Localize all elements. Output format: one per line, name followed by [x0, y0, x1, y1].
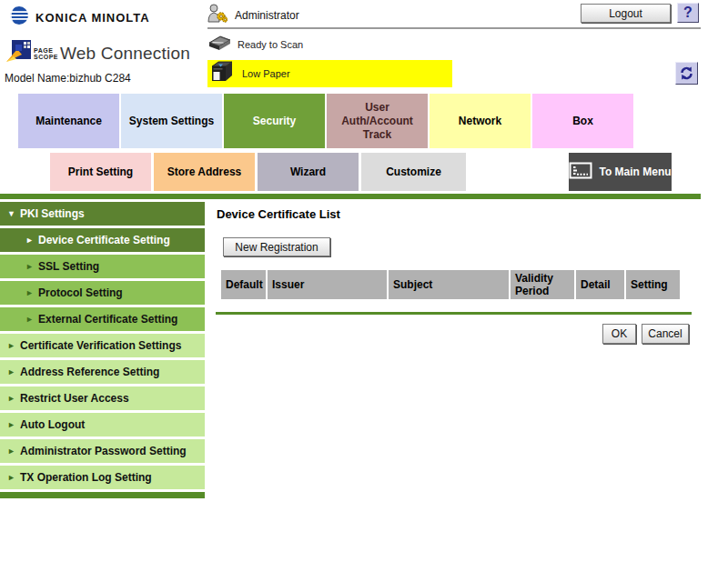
pagescope-word-page: PAGE — [34, 47, 58, 54]
sidebar-item-ssl-setting[interactable]: ► SSL Setting — [0, 255, 205, 278]
chevron-right-icon: ► — [7, 365, 20, 379]
sidebar-item-label: External Certificate Setting — [38, 312, 205, 326]
pagescope-wordmark: PAGE SCOPE — [34, 47, 58, 60]
sidebar-item-label: Device Certificate Setting — [38, 233, 205, 247]
sidebar-item-label: Administrator Password Setting — [20, 444, 205, 458]
status-ready-label: Ready to Scan — [238, 39, 303, 50]
sidebar-item-label: SSL Setting — [38, 259, 205, 274]
action-button-row: OK Cancel — [209, 324, 689, 344]
sidebar-item-label: Address Reference Setting — [20, 365, 205, 379]
column-header-detail: Detail — [576, 270, 624, 299]
content-divider-rule — [216, 312, 692, 315]
to-main-menu-button[interactable]: To Main Menu — [569, 153, 672, 191]
column-header-validity-period: Validity Period — [511, 270, 574, 299]
refresh-icon — [679, 65, 694, 81]
admin-user-row: Administrator — [207, 4, 299, 26]
konica-minolta-globe-icon — [8, 5, 30, 29]
pagescope-web-connection-app: KONICA MINOLTA PAGE SCOPE Web Connection… — [0, 0, 728, 562]
sidebar-item-label: Certificate Verification Settings — [20, 338, 205, 353]
help-button[interactable]: ? — [677, 3, 699, 23]
administrator-user-icon — [207, 4, 228, 26]
cancel-button[interactable]: Cancel — [642, 324, 689, 344]
sub-tab-bar: Print Setting Store Address Wizard Custo… — [50, 153, 466, 191]
status-low-paper-label: Low Paper — [242, 68, 290, 79]
main-menu-icon — [569, 162, 592, 182]
tab-box[interactable]: Box — [532, 94, 633, 148]
page-title: Device Certificate List — [217, 207, 705, 221]
main-tab-bar: Maintenance System Settings Security Use… — [18, 94, 633, 148]
sidebar-item-protocol-setting[interactable]: ► Protocol Setting — [0, 281, 205, 305]
chevron-right-icon: ► — [25, 233, 38, 247]
tab-security[interactable]: Security — [224, 94, 325, 148]
sidebar-item-restrict-user-access[interactable]: ► Restrict User Access — [0, 386, 205, 410]
status-ready-to-scan: Ready to Scan — [207, 35, 303, 55]
sidebar-item-certificate-verification-settings[interactable]: ► Certificate Verification Settings — [0, 334, 205, 357]
brand-block: KONICA MINOLTA PAGE SCOPE Web Connection… — [5, 5, 200, 85]
tab-maintenance[interactable]: Maintenance — [18, 94, 119, 148]
sidebar-item-tx-operation-log-setting[interactable]: ► TX Operation Log Setting — [0, 466, 205, 489]
tab-customize[interactable]: Customize — [361, 153, 466, 191]
new-registration-button[interactable]: New Registration — [223, 237, 330, 256]
pagescope-word-scope: SCOPE — [34, 54, 58, 60]
tab-network[interactable]: Network — [430, 94, 531, 148]
tab-wizard[interactable]: Wizard — [258, 153, 359, 191]
product-name: Web Connection — [60, 44, 190, 64]
scanner-icon — [207, 35, 232, 55]
sidebar-item-label: PKI Settings — [20, 206, 205, 221]
column-header-default: Default — [221, 270, 266, 299]
chevron-right-icon: ► — [25, 259, 38, 274]
pagescope-icon — [5, 40, 32, 67]
sidebar-item-address-reference-setting[interactable]: ► Address Reference Setting — [0, 360, 205, 384]
printer-icon — [209, 59, 235, 88]
sidebar-item-label: Restrict User Access — [20, 391, 205, 406]
to-main-menu-label: To Main Menu — [599, 166, 671, 178]
sidebar-item-label: Auto Logout — [20, 417, 205, 432]
active-tab-underline-bar — [0, 194, 701, 199]
chevron-right-icon: ► — [7, 338, 20, 353]
konica-minolta-logo-text: KONICA MINOLTA — [35, 11, 150, 25]
column-header-subject: Subject — [389, 270, 509, 299]
chevron-right-icon: ► — [7, 470, 20, 485]
main-content: Device Certificate List New Registration… — [209, 202, 705, 221]
chevron-right-icon: ► — [7, 417, 20, 432]
tab-system-settings[interactable]: System Settings — [121, 94, 222, 148]
sidebar-item-device-certificate-setting[interactable]: ► Device Certificate Setting — [0, 228, 205, 252]
sidebar-item-label: TX Operation Log Setting — [20, 470, 205, 485]
chevron-right-icon: ► — [7, 391, 20, 406]
sidebar-bottom-bar — [0, 492, 205, 498]
device-certificate-table-header: Default Issuer Subject Validity Period D… — [221, 270, 680, 299]
chevron-right-icon: ► — [25, 312, 38, 326]
logout-button[interactable]: Logout — [581, 4, 671, 23]
settings-sidebar: ▼ PKI Settings ► Device Certificate Sett… — [0, 202, 205, 498]
sidebar-item-label: Protocol Setting — [38, 286, 205, 300]
tab-user-auth-account-track[interactable]: User Auth/Account Track — [327, 94, 428, 148]
column-header-issuer: Issuer — [268, 270, 387, 299]
ok-button[interactable]: OK — [602, 324, 636, 344]
tab-print-setting[interactable]: Print Setting — [50, 153, 151, 191]
header-divider — [207, 27, 701, 29]
chevron-right-icon: ► — [25, 286, 38, 300]
sidebar-item-pki-settings[interactable]: ▼ PKI Settings — [0, 202, 205, 226]
administrator-label: Administrator — [235, 9, 299, 22]
chevron-right-icon: ► — [7, 444, 20, 458]
tab-store-address[interactable]: Store Address — [154, 153, 255, 191]
refresh-button[interactable] — [675, 62, 698, 85]
sidebar-item-external-certificate-setting[interactable]: ► External Certificate Setting — [0, 307, 205, 331]
sidebar-item-administrator-password-setting[interactable]: ► Administrator Password Setting — [0, 439, 205, 463]
column-header-setting: Setting — [626, 270, 680, 299]
model-name: Model Name:bizhub C284 — [5, 72, 200, 85]
status-low-paper: Low Paper — [207, 60, 452, 87]
chevron-down-icon: ▼ — [7, 206, 20, 221]
sidebar-item-auto-logout[interactable]: ► Auto Logout — [0, 413, 205, 437]
